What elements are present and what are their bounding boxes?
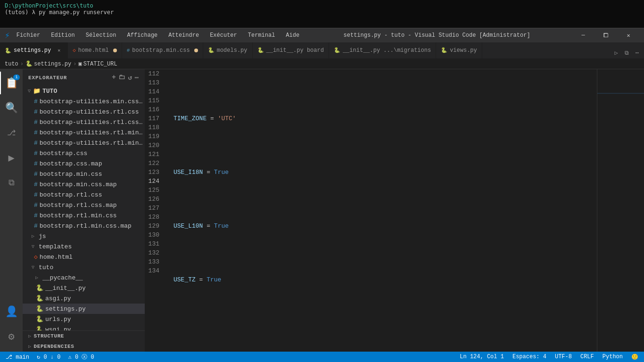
line-ending-indicator[interactable]: CRLF bbox=[578, 354, 596, 360]
menu-atteindre[interactable]: Atteindre bbox=[166, 31, 201, 40]
settings-gear-icon: ⚙ bbox=[8, 330, 14, 343]
activity-git[interactable]: ⎇ bbox=[0, 122, 23, 144]
tree-item-bs-css-map[interactable]: # bootstrap.css.map bbox=[23, 158, 145, 169]
menu-aide[interactable]: Aide bbox=[284, 31, 301, 40]
tree-item-settings-py[interactable]: 🐍 settings.py bbox=[23, 304, 145, 314]
tab-home-html[interactable]: ◇ home.html bbox=[68, 42, 122, 58]
tree-item-js-folder[interactable]: ▷ js bbox=[23, 231, 145, 241]
css-icon: # bbox=[34, 171, 38, 178]
activity-remote[interactable]: 👤 bbox=[0, 300, 23, 323]
split-editor-button[interactable]: ⧉ bbox=[622, 48, 632, 58]
activity-explorer[interactable]: 📋 1 bbox=[0, 72, 23, 94]
encoding-indicator[interactable]: UTF-8 bbox=[553, 354, 574, 360]
tree-item-bs-css[interactable]: # bootstrap.css bbox=[23, 148, 145, 158]
maximize-button[interactable]: ⧠ bbox=[595, 28, 617, 42]
language-indicator[interactable]: Python bbox=[601, 354, 625, 360]
git-icon: ⎇ bbox=[7, 128, 16, 138]
init-board-tab-label: __init__.py board bbox=[266, 47, 324, 54]
dependencies-label: DEPENDENCIES bbox=[34, 344, 74, 349]
sidebar-title: EXPLORATEUR bbox=[28, 75, 67, 81]
tree-item-urls-py[interactable]: 🐍 urls.py bbox=[23, 314, 145, 324]
tree-item-bs-utilities-rtl-css[interactable]: # bootstrap-utilities.rtl.css bbox=[23, 107, 145, 117]
new-folder-icon[interactable]: 🗀 bbox=[118, 74, 125, 82]
gutter-118: 118 bbox=[145, 123, 164, 132]
sync-status[interactable]: ↻ 0 ↓ 0 bbox=[35, 354, 62, 361]
close-button[interactable]: ✕ bbox=[618, 28, 639, 42]
window-controls: ─ ⧠ ✕ bbox=[572, 28, 639, 42]
sidebar-section-dependencies[interactable]: ▷ DEPENDENCIES bbox=[23, 341, 145, 352]
tab-init-board[interactable]: 🐍 __init__.py board bbox=[253, 42, 329, 58]
tree-item-bs-rtl-min-css-map[interactable]: # bootstrap.rtl.min.css.map bbox=[23, 221, 145, 231]
tree-item-init-py[interactable]: 🐍 __init__.py bbox=[23, 283, 145, 293]
tree-item-bs-utilities-rtl-min-css[interactable]: # bootstrap-utilities.rtl.min.css bbox=[23, 127, 145, 138]
tree-item-templates-folder[interactable]: ▽ templates bbox=[23, 241, 145, 252]
activity-debug[interactable]: ▶ bbox=[0, 147, 23, 169]
menu-selection[interactable]: Sélection bbox=[84, 31, 118, 40]
tree-item-asgi-py[interactable]: 🐍 asgi.py bbox=[23, 293, 145, 304]
breadcrumb-file[interactable]: 🐍 settings.py bbox=[25, 60, 71, 67]
run-button[interactable]: ▷ bbox=[612, 48, 621, 58]
home-html-tab-icon: ◇ bbox=[73, 47, 76, 53]
tree-item-bs-rtl-css-map[interactable]: # bootstrap.rtl.css.map bbox=[23, 200, 145, 210]
asgi-py-label: asgi.py bbox=[45, 295, 71, 302]
pycache-folder-label: __pycache__ bbox=[42, 274, 83, 281]
git-branch-status[interactable]: ⎇ main bbox=[4, 354, 31, 361]
tree-item-pycache-folder[interactable]: ▷ __pycache__ bbox=[23, 272, 145, 283]
activity-extensions[interactable]: ⧉ bbox=[0, 172, 23, 194]
breadcrumb-tuto[interactable]: tuto bbox=[5, 61, 18, 67]
tree-item-bs-rtl-min-css[interactable]: # bootstrap.rtl.min.css bbox=[23, 210, 145, 221]
tab-init-migrations[interactable]: 🐍 __init__.py ...\migrations bbox=[329, 42, 436, 58]
menu-edition[interactable]: Edition bbox=[49, 31, 76, 40]
code-editor[interactable]: TIME_ZONE = 'UTC' USE_I18N = True USE_L1… bbox=[169, 69, 597, 352]
tree-item-bs-min-css-map[interactable]: # bootstrap.min.css.map bbox=[23, 179, 145, 189]
menu-affichage[interactable]: Affichage bbox=[125, 31, 160, 40]
editor[interactable]: 112 113 114 115 116 117 118 119 120 121 … bbox=[145, 69, 597, 352]
tree-item-bs-utilities-min-css-map[interactable]: # bootstrap-utilities.min.css.map bbox=[23, 96, 145, 107]
py-icon: 🐍 bbox=[36, 284, 43, 292]
tree-item-wsgi-py[interactable]: 🐍 wsgi.py bbox=[23, 324, 145, 330]
tab-views[interactable]: 🐍 views.py bbox=[436, 42, 482, 58]
menu-executer[interactable]: Exécuter bbox=[208, 31, 239, 40]
css-icon: # bbox=[34, 212, 38, 219]
tab-bootstrap-css[interactable]: # bootstrap.min.css bbox=[122, 42, 203, 58]
refresh-icon[interactable]: ↺ bbox=[128, 74, 132, 82]
minimize-button[interactable]: ─ bbox=[572, 28, 594, 42]
code-line-119: USE_TZ = True bbox=[173, 275, 597, 284]
settings-tab-close[interactable]: ✕ bbox=[55, 47, 63, 54]
menu-terminal[interactable]: Terminal bbox=[246, 31, 277, 40]
models-tab-icon: 🐍 bbox=[208, 47, 215, 53]
tree-item-bs-utilities-rtl-min-css-map[interactable]: # bootstrap-utilities.rtl.min.css.map bbox=[23, 138, 145, 148]
breadcrumb-symbol[interactable]: ▣ STATIC_URL bbox=[78, 60, 117, 67]
sidebar-section-structure[interactable]: ▷ STRUCTURE bbox=[23, 331, 145, 341]
spaces-indicator[interactable]: Espaces: 4 bbox=[511, 354, 548, 360]
tree-item-home-html[interactable]: ◇ home.html bbox=[23, 252, 145, 262]
tab-settings[interactable]: 🐍 settings.py ✕ bbox=[0, 42, 68, 58]
feedback-icon[interactable]: 🙂 bbox=[629, 354, 640, 361]
menu-fichier[interactable]: Fichier bbox=[15, 31, 42, 40]
py-icon: 🐍 bbox=[36, 315, 43, 323]
css-icon: # bbox=[34, 129, 38, 136]
templates-folder-label: templates bbox=[39, 243, 72, 250]
errors-status[interactable]: ⚠ 0 ⓧ 0 bbox=[66, 353, 96, 361]
tree-item-bs-utilities-rtl-css-map[interactable]: # bootstrap-utilities.rtl.css.map bbox=[23, 117, 145, 127]
minimap-content bbox=[597, 69, 644, 352]
new-file-icon[interactable]: + bbox=[112, 74, 116, 82]
menu-bar: Fichier Edition Sélection Affichage Atte… bbox=[15, 31, 301, 40]
tree-item-bs-min-css[interactable]: # bootstrap.min.css bbox=[23, 169, 145, 179]
tree-item-tuto-folder[interactable]: ▽ tuto bbox=[23, 262, 145, 272]
urls-py-label: urls.py bbox=[45, 316, 71, 323]
code-line-116 bbox=[173, 195, 597, 204]
more-tabs-button[interactable]: ⋯ bbox=[633, 48, 642, 58]
tree-root-tuto[interactable]: ▽ 📁 TUTO bbox=[23, 86, 145, 96]
file-label: bootstrap.rtl.min.css bbox=[40, 212, 117, 219]
activity-search[interactable]: 🔍 bbox=[0, 97, 23, 119]
activity-settings[interactable]: ⚙ bbox=[0, 325, 23, 348]
collapse-all-icon[interactable]: ⋯ bbox=[135, 74, 139, 82]
code-line-115: USE_I18N = True bbox=[173, 168, 597, 177]
cursor-position[interactable]: Ln 124, Col 1 bbox=[458, 354, 506, 360]
py-icon: 🐍 bbox=[36, 326, 43, 330]
tab-models[interactable]: 🐍 models.py bbox=[203, 42, 253, 58]
tree-item-bs-rtl-css[interactable]: # bootstrap.rtl.css bbox=[23, 189, 145, 200]
terminal-panel: D:\pythonProject\srcs\tuto (tutos) λ py … bbox=[0, 0, 644, 28]
views-tab-label: views.py bbox=[450, 47, 477, 54]
